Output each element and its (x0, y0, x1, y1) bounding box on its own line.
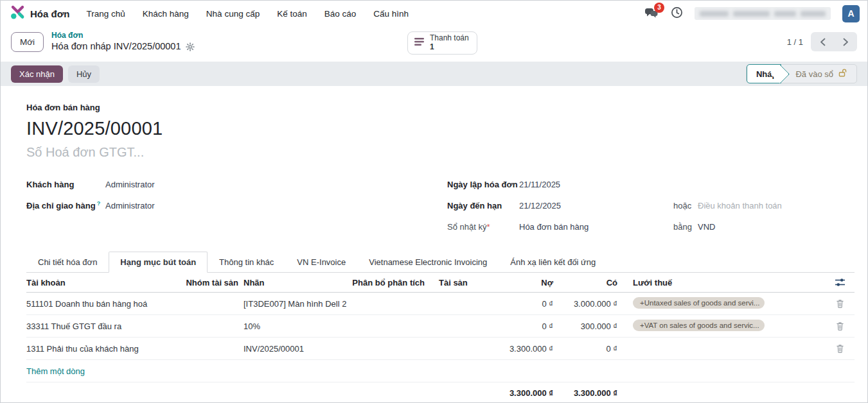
breadcrumb-current: Hóa đơn nháp INV/2025/00001 (51, 40, 194, 52)
payment-terms-input[interactable]: Điều khoản thanh toán (698, 201, 842, 210)
tab-invoice-lines[interactable]: Chi tiết hóa đơn (26, 252, 109, 273)
state-draft[interactable]: Nháp (747, 64, 782, 83)
help-question-icon[interactable]: ? (97, 200, 101, 207)
due-date-input[interactable]: 21/12/2025 (519, 201, 673, 210)
app-switcher[interactable]: Hóa đơn (10, 4, 70, 22)
add-line-link[interactable]: Thêm một dòng (26, 366, 85, 376)
col-asset[interactable]: Tài sản (430, 278, 494, 287)
field-group-right: Ngày lập hóa đơn 21/11/2025 Ngày đến hạn… (447, 174, 842, 237)
state-posted[interactable]: Đã vào sổ (781, 68, 856, 80)
tab-vietnamese-electronic-invoicing[interactable]: Vietnamese Electronic Invoicing (357, 252, 499, 273)
delete-row-trash-icon[interactable] (826, 321, 855, 331)
form-view-area: Hóa đơn bán hàng INV/2025/00001 Số Hoá đ… (1, 86, 867, 403)
activities-button[interactable] (671, 6, 683, 21)
form-statusbar: Xác nhận Hủy Nháp Đã vào sổ (1, 62, 867, 86)
tab-vn-einvoice[interactable]: VN E-Invoice (285, 252, 357, 273)
table-row[interactable]: 1311 Phải thu của khách hàng INV/2025/00… (26, 338, 855, 360)
in-currency-label: bằng (673, 222, 698, 232)
field-invoice-date: Ngày lập hóa đơn 21/11/2025 (447, 174, 842, 195)
record-actions-gear-icon[interactable] (186, 42, 195, 51)
messages-button[interactable]: 3 (644, 7, 659, 20)
tax-grid-tag[interactable]: +VAT on sales of goods and servic... (633, 320, 765, 331)
control-panel: Mới Hóa đơn Hóa đơn nháp INV/2025/00001 (1, 26, 867, 57)
menu-item-home[interactable]: Trang chủ (87, 9, 125, 19)
field-group-left: Khách hàng Administrator Địa chỉ giao hà… (26, 174, 447, 237)
menu-item-accounting[interactable]: Kế toán (277, 9, 307, 19)
menu-item-customers[interactable]: Khách hàng (143, 9, 189, 19)
app-window: Hóa đơn Trang chủ Khách hàng Nhà cung cấ… (0, 0, 868, 403)
vat-invoice-number-placeholder[interactable]: Số Hoá đơn GTGT... (26, 145, 855, 160)
totals-row: 3.300.000 ₫ 3.300.000 ₫ (26, 382, 855, 403)
notebook-tabs: Chi tiết hóa đơn Hạng mục bút toán Thông… (26, 252, 855, 273)
hamburger-lines-icon (414, 37, 425, 49)
breadcrumb-parent-link[interactable]: Hóa đơn (51, 31, 194, 40)
required-asterisk: * (486, 222, 490, 232)
total-credit: 3.300.000 ₫ (558, 388, 623, 398)
or-label: hoặc (673, 201, 698, 210)
top-navbar: Hóa đơn Trang chủ Khách hàng Nhà cung cấ… (1, 1, 867, 26)
app-logo-icon (10, 4, 25, 22)
messages-count-badge: 3 (654, 3, 664, 13)
stat-button-count: 1 (430, 43, 469, 52)
col-account[interactable]: Tài khoản (26, 278, 184, 287)
tab-counterpart-mapping[interactable]: Ánh xạ liên kết đối ứng (499, 252, 607, 273)
col-credit[interactable]: Có (558, 278, 623, 287)
menu-item-configuration[interactable]: Cấu hình (373, 9, 409, 19)
customer-input[interactable]: Administrator (105, 180, 447, 189)
navbar-systray: 3 A (644, 5, 860, 22)
invoice-sheet: Hóa đơn bán hàng INV/2025/00001 Số Hoá đ… (1, 86, 867, 403)
tax-grid-tag[interactable]: +Untaxed sales of goods and servi... (633, 297, 765, 309)
invoice-date-input[interactable]: 21/11/2025 (519, 180, 673, 189)
optional-columns-icon[interactable] (826, 277, 855, 287)
field-customer: Khách hàng Administrator (26, 174, 447, 195)
field-groups: Khách hàng Administrator Địa chỉ giao hà… (26, 174, 855, 237)
menu-item-vendors[interactable]: Nhà cung cấp (206, 9, 260, 19)
clock-icon (671, 6, 683, 21)
field-due-date: Ngày đến hạn 21/12/2025 hoặc Điều khoản … (447, 195, 842, 216)
breadcrumb: Hóa đơn Hóa đơn nháp INV/2025/00001 (51, 31, 194, 52)
pager-next-button[interactable] (834, 32, 857, 51)
currency-input[interactable]: VND (698, 222, 842, 232)
stat-button-label: Thanh toán (430, 34, 469, 43)
col-analytic[interactable]: Phân bổ phân tích (346, 278, 430, 287)
col-tax-grid[interactable]: Lưới thuế (623, 278, 826, 287)
payments-stat-button[interactable]: Thanh toán 1 (407, 31, 477, 55)
user-avatar[interactable]: A (842, 5, 860, 22)
delete-row-trash-icon[interactable] (826, 298, 855, 309)
panel-spacer (1, 57, 867, 62)
pager: 1 / 1 (787, 32, 857, 51)
table-header-row: Tài khoản Nhóm tài sản Nhãn Phân bổ phân… (26, 273, 855, 293)
lock-open-icon (838, 68, 847, 80)
col-label[interactable]: Nhãn (244, 278, 346, 287)
new-button[interactable]: Mới (11, 32, 44, 52)
user-company-name-redacted[interactable] (695, 7, 831, 20)
total-debit: 3.300.000 ₫ (494, 388, 558, 398)
confirm-button[interactable]: Xác nhận (11, 65, 63, 83)
col-asset-group[interactable]: Nhóm tài sản (184, 278, 244, 287)
delete-row-trash-icon[interactable] (826, 343, 855, 354)
journal-items-table: Tài khoản Nhóm tài sản Nhãn Phân bổ phân… (26, 273, 855, 403)
document-type-label: Hóa đơn bán hàng (26, 103, 855, 112)
table-row[interactable]: 33311 Thuế GTGT đầu ra 10% 0 ₫ 300.000 ₫… (26, 315, 855, 338)
cancel-button[interactable]: Hủy (68, 65, 100, 83)
main-menu: Trang chủ Khách hàng Nhà cung cấp Kế toá… (87, 9, 409, 19)
tab-other-info[interactable]: Thông tin khác (208, 252, 285, 273)
col-debit[interactable]: Nợ (494, 278, 558, 287)
field-journal: Sổ nhật ký* Hóa đơn bán hàng bằng VND (447, 216, 842, 237)
delivery-address-input[interactable]: Administrator (105, 201, 447, 210)
field-delivery-address: Địa chỉ giao hàng? Administrator (26, 195, 447, 216)
journal-input[interactable]: Hóa đơn bán hàng (519, 222, 673, 232)
invoice-number-title[interactable]: INV/2025/00001 (26, 118, 855, 139)
add-line-row: Thêm một dòng (26, 360, 855, 382)
pager-counter: 1 / 1 (787, 37, 803, 47)
pager-previous-button[interactable] (811, 32, 834, 51)
state-widget: Nháp Đã vào sổ (746, 64, 857, 83)
table-row[interactable]: 511101 Doanh thu bán hàng hoá [IT3DE007]… (26, 293, 855, 315)
menu-item-reporting[interactable]: Báo cáo (324, 9, 357, 19)
app-name: Hóa đơn (30, 8, 70, 19)
tab-journal-items[interactable]: Hạng mục bút toán (109, 252, 208, 273)
